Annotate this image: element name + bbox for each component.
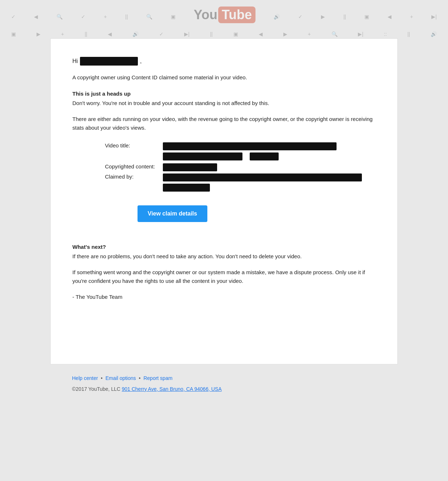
footer-separator-2: • (139, 375, 141, 381)
footer-links-row: Help center • Email options • Report spa… (72, 375, 376, 381)
email-greeting: Hi , (72, 57, 376, 66)
toolbar-icon: ✓ (298, 14, 303, 20)
toolbar-icon: || (125, 14, 128, 20)
toolbar-icon: :: (384, 31, 387, 37)
logo-you: You (194, 7, 217, 22)
greeting-prefix: Hi (72, 58, 78, 64)
toolbar-icon: || (343, 14, 346, 20)
claimed-by-label: Claimed by: (105, 173, 163, 180)
copyrighted-content-value-redacted (163, 163, 217, 171)
email-body: Hi , A copyright owner using Content ID … (50, 38, 398, 364)
toolbar-icon: ▶ (321, 14, 325, 20)
toolbar-icon: + (61, 31, 64, 37)
toolbar-icon: ▶ (283, 31, 287, 37)
toolbar-icon: ▶| (184, 31, 190, 37)
claim-info-table: Video title: Copyrighted content: Claime… (105, 142, 376, 192)
copyrighted-content-label: Copyrighted content: (105, 163, 163, 170)
report-spam-link[interactable]: Report spam (143, 375, 172, 381)
video-title-value-redacted (163, 142, 337, 150)
claimed-by-value-redacted-2 (163, 184, 210, 192)
toolbar-icon: ▶ (37, 31, 41, 37)
video-title-label: Video title: (105, 142, 163, 149)
video-title-value-redacted-3 (250, 152, 279, 160)
heads-up-body: Don't worry. You're not in trouble and y… (72, 99, 376, 108)
toolbar-icon: 🔊 (132, 31, 139, 37)
video-title-row-2 (163, 152, 376, 160)
copyright-text: ©2017 YouTube, LLC (72, 386, 121, 392)
video-title-value-redacted-2 (163, 152, 242, 160)
toolbar-icon: ✓ (11, 14, 16, 20)
toolbar-icon: + (308, 31, 310, 37)
toolbar-icon: ✓ (81, 14, 85, 20)
toolbar-row-1: ✓ ◀ 🔍 ✓ + || 🔍 ▣ You Tube 🔊 ✓ ▶ || ▣ ◀ +… (0, 4, 448, 30)
toolbar-icon: 🔊 (431, 31, 437, 37)
toolbar-icon: ◀ (388, 14, 392, 20)
youtube-logo: You Tube (194, 4, 255, 30)
toolbar-area: ✓ ◀ 🔍 ✓ + || 🔍 ▣ You Tube 🔊 ✓ ▶ || ▣ ◀ +… (0, 0, 448, 37)
whats-next-heading: What's next? (72, 244, 376, 250)
heads-up-heading: This is just a heads up (72, 91, 376, 97)
toolbar-icon: ▣ (364, 14, 369, 20)
toolbar-icon: + (410, 14, 413, 20)
toolbar-icon: || (85, 31, 87, 37)
redacted-recipient-name (80, 57, 138, 66)
revenue-paragraph: There are either ads running on your vid… (72, 115, 376, 132)
toolbar-icon: ◀ (108, 31, 112, 37)
copyrighted-content-row: Copyrighted content: (105, 163, 376, 171)
toolbar-icon: ▣ (233, 31, 238, 37)
toolbar-icon: 🔍 (146, 14, 152, 20)
claimed-by-row-2 (163, 184, 376, 192)
toolbar-icon: 🔍 (331, 31, 338, 37)
toolbar-icon: ✓ (159, 31, 164, 37)
footer-address-link[interactable]: 901 Cherry Ave, San Bruno, CA 94066, USA (122, 386, 221, 392)
toolbar-icon: || (407, 31, 410, 37)
toolbar-icon: ◀ (34, 14, 38, 20)
greeting-suffix: , (140, 58, 141, 64)
intro-paragraph: A copyright owner using Content ID claim… (72, 74, 376, 82)
email-options-link[interactable]: Email options (106, 375, 136, 381)
claimed-by-value-redacted (163, 173, 362, 181)
toolbar-icon: 🔊 (274, 14, 280, 20)
email-footer: Help center • Email options • Report spa… (50, 364, 398, 399)
toolbar-row-2: ▣ ▶ + || ◀ 🔊 ✓ ▶| || ▣ ◀ ▶ + 🔍 ▶| :: || … (0, 31, 448, 37)
claimed-by-row: Claimed by: (105, 173, 376, 181)
toolbar-icon: ▶| (431, 14, 437, 20)
toolbar-icon: || (210, 31, 212, 37)
video-title-row: Video title: (105, 142, 376, 150)
help-center-link[interactable]: Help center (72, 375, 98, 381)
whats-next-body-1: If there are no problems, you don't need… (72, 252, 376, 261)
email-signature: - The YouTube Team (72, 293, 376, 301)
footer-copyright-row: ©2017 YouTube, LLC 901 Cherry Ave, San B… (72, 386, 376, 392)
toolbar-icon: 🔍 (56, 14, 63, 20)
footer-separator-1: • (101, 375, 103, 381)
toolbar-icon: ◀ (259, 31, 263, 37)
toolbar-icon: ▶| (358, 31, 363, 37)
toolbar-icon: ▣ (171, 14, 176, 20)
toolbar-icon: ▣ (11, 31, 16, 37)
whats-next-body-2: If something went wrong and the copyrigh… (72, 268, 376, 285)
logo-tube: Tube (218, 7, 255, 23)
view-claim-details-button[interactable]: View claim details (138, 205, 207, 222)
toolbar-icon: + (104, 14, 107, 20)
